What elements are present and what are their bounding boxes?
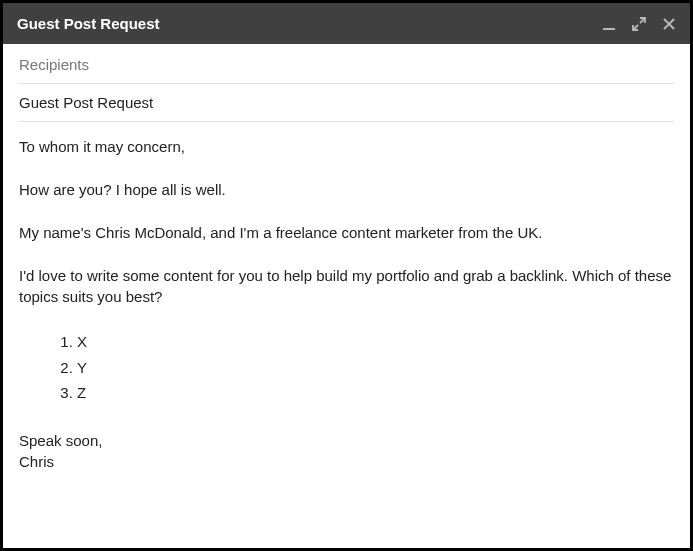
body-paragraph: I'd love to write some content for you t… <box>19 265 674 307</box>
recipients-field[interactable]: Recipients <box>19 44 674 84</box>
body-paragraph: How are you? I hope all is well. <box>19 179 674 200</box>
compose-content: Recipients Guest Post Request To whom it… <box>3 44 690 548</box>
body-paragraph: My name's Chris McDonald, and I'm a free… <box>19 222 674 243</box>
list-item: Y <box>77 355 674 381</box>
expand-icon[interactable] <box>632 17 646 31</box>
topic-list: X Y Z <box>77 329 674 406</box>
body-signature: Chris <box>19 451 674 472</box>
compose-header: Guest Post Request <box>3 3 690 44</box>
message-body[interactable]: To whom it may concern, How are you? I h… <box>19 122 674 472</box>
body-closing: Speak soon, <box>19 430 674 451</box>
minimize-icon[interactable] <box>602 17 616 31</box>
window-controls <box>602 17 676 31</box>
close-icon[interactable] <box>662 17 676 31</box>
body-paragraph: To whom it may concern, <box>19 136 674 157</box>
list-item: X <box>77 329 674 355</box>
subject-field[interactable]: Guest Post Request <box>19 84 674 122</box>
list-item: Z <box>77 380 674 406</box>
compose-title: Guest Post Request <box>17 15 160 32</box>
